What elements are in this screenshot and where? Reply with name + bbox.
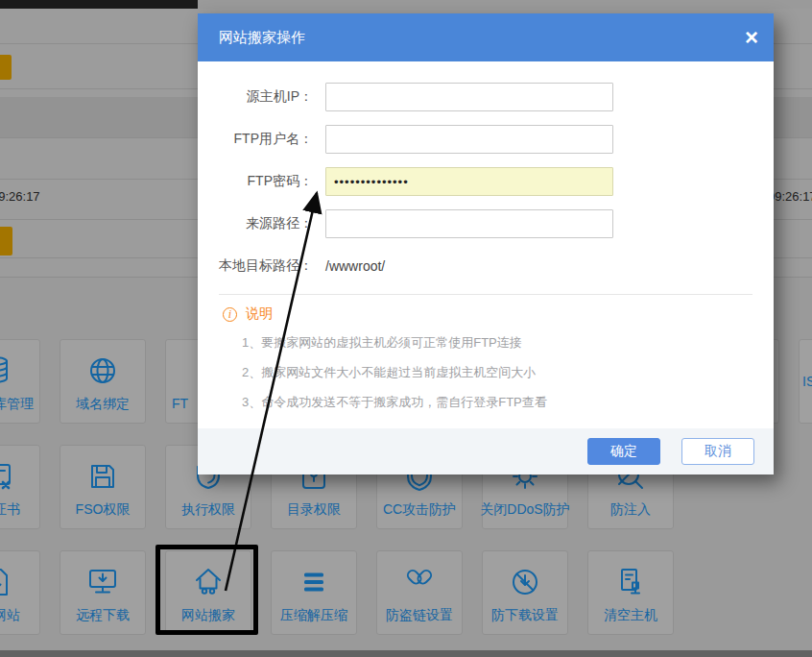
source-path-label: 来源路径： [198,215,313,232]
ftp-password-input[interactable] [325,167,613,196]
confirm-button[interactable]: 确定 [587,438,660,465]
info-icon: i [223,307,237,322]
dialog-body: 源主机IP： FTP用户名： FTP密码： 来源路径： 本地目标路径： /www… [198,61,774,428]
close-icon[interactable]: × [745,26,758,49]
notes-section: i 说明 1、要搬家网站的虚拟主机必须可正常使用FTP连接 2、搬家网站文件大小… [198,306,774,417]
dialog-title: 网站搬家操作 [198,29,305,47]
note-item: 3、命令成功发送不等于搬家成功，需自行登录FTP查看 [242,387,774,417]
source-path-input[interactable] [325,209,613,238]
divider [219,294,752,295]
ftp-user-input[interactable] [325,125,613,154]
dialog-footer: 确定 取消 [198,428,774,474]
note-item: 2、搬家网站文件大小不能超过当前虚拟主机空间大小 [242,357,774,387]
cancel-button[interactable]: 取消 [681,438,754,465]
note-item: 1、要搬家网站的虚拟主机必须可正常使用FTP连接 [242,328,774,357]
source-ip-input[interactable] [325,83,613,111]
site-move-dialog: 网站搬家操作 × 源主机IP： FTP用户名： FTP密码： 来源路径： 本地目… [198,13,774,474]
target-path-value: /wwwroot/ [325,258,385,274]
dialog-header: 网站搬家操作 × [198,13,774,61]
notes-title: 说明 [246,305,273,323]
screen: 09:26:17 09:26:17 库管理 域名绑定 FT IS 证书 [0,0,812,657]
ftp-user-label: FTP用户名： [198,131,313,148]
source-ip-label: 源主机IP： [198,88,313,106]
target-path-label: 本地目标路径： [198,257,313,275]
ftp-password-label: FTP密码： [198,173,313,190]
